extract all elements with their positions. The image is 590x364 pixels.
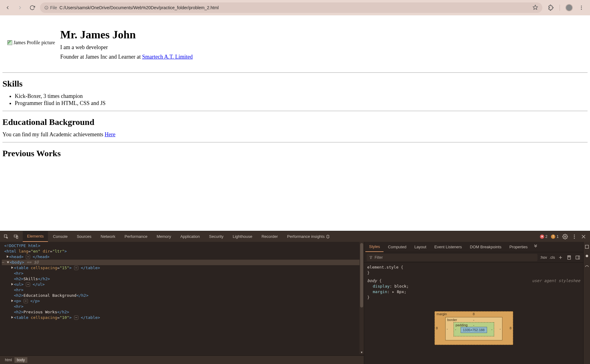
tab-application[interactable]: Application — [176, 231, 204, 242]
svg-marker-3 — [533, 5, 538, 9]
crumb-html[interactable]: html — [2, 357, 14, 363]
tab-security[interactable]: Security — [205, 231, 228, 242]
dom-line[interactable]: <hr> — [2, 271, 364, 276]
tab-console[interactable]: Console — [49, 231, 72, 242]
broken-image-icon — [7, 40, 12, 45]
dom-tree[interactable]: <!DOCTYPE html> <html lang="en" dir="ltr… — [0, 242, 364, 355]
page-title: Mr. James John — [60, 28, 193, 41]
close-devtools-icon[interactable] — [581, 234, 586, 239]
sidebar-toggle-icon[interactable] — [575, 254, 581, 261]
tab-computed[interactable]: Computed — [384, 242, 410, 252]
tab-memory[interactable]: Memory — [152, 231, 175, 242]
tab-elements[interactable]: Elements — [23, 231, 48, 242]
forward-button[interactable] — [15, 3, 25, 12]
dom-line[interactable]: <hr> — [2, 304, 364, 309]
bookmark-icon[interactable] — [533, 5, 538, 11]
svg-point-10 — [564, 236, 566, 237]
url-text: C:/Users/samsk/OneDrive/Documents/Web%20… — [60, 5, 530, 10]
hr — [2, 72, 588, 73]
filter-row: Filter :hov .cls — [364, 252, 583, 263]
education-text: You can find my full Academic achievemen… — [2, 131, 588, 138]
styles-panel: Styles Computed Layout Event Listeners D… — [364, 242, 583, 364]
box-value: - — [473, 323, 474, 327]
rail-icon[interactable] — [584, 254, 589, 258]
tab-performance[interactable]: Performance — [120, 231, 151, 242]
dom-line-selected[interactable]: ⋯ <body> == $0 — [2, 260, 364, 265]
breadcrumb: html body — [0, 355, 364, 364]
education-link[interactable]: Here — [105, 131, 116, 137]
svg-point-11 — [574, 234, 575, 235]
new-rule-icon[interactable] — [557, 254, 564, 261]
reload-button[interactable] — [28, 3, 37, 12]
broken-image: James Profile picture — [7, 40, 55, 45]
dom-line[interactable]: <h2>Previous Works</h2> — [2, 309, 364, 315]
dom-line[interactable]: <head> ⋯ </head> — [2, 254, 364, 260]
svg-point-4 — [581, 6, 582, 6]
address-bar[interactable]: File C:/Users/samsk/OneDrive/Documents/W… — [40, 2, 542, 13]
tab-dom-breakpoints[interactable]: DOM Breakpoints — [466, 242, 505, 252]
dom-line[interactable]: <h2>Skills</h2> — [2, 276, 364, 282]
dom-line[interactable]: <html lang="en" dir="ltr"> — [2, 249, 364, 254]
rail-icon[interactable] — [584, 244, 589, 249]
tab-event-listeners[interactable]: Event Listeners — [431, 242, 466, 252]
skills-heading: Skills — [2, 79, 588, 89]
dom-line[interactable]: <table cellspacing="10"> ⋯ </table> — [2, 315, 364, 320]
header-table: James Profile picture Mr. James John I a… — [2, 18, 198, 68]
founder-line: Founder at James Inc and Learner at Smar… — [60, 54, 193, 60]
smartech-link[interactable]: Smartech A.T. Limited — [142, 54, 193, 60]
extensions-icon[interactable] — [548, 5, 554, 11]
tab-layout[interactable]: Layout — [411, 242, 430, 252]
tab-recorder[interactable]: Recorder — [257, 231, 282, 242]
box-value: - — [473, 318, 474, 322]
dom-line[interactable]: <table cellspacing="15"> ⋯ </table> — [2, 265, 364, 271]
error-count[interactable]: ✕ 2 — [540, 234, 548, 239]
tab-network[interactable]: Network — [96, 231, 120, 242]
inspect-icon[interactable] — [2, 232, 10, 241]
page-viewport: James Profile picture Mr. James John I a… — [0, 15, 590, 231]
tab-performance-insights[interactable]: Performance insights — [283, 231, 334, 242]
tab-lighthouse[interactable]: Lighthouse — [228, 231, 257, 242]
box-value: 8 — [436, 326, 438, 330]
scrollbar-thumb[interactable] — [360, 243, 363, 308]
filter-placeholder: Filter — [375, 255, 383, 260]
filter-input[interactable]: Filter — [367, 254, 537, 261]
warning-number: 1 — [557, 234, 559, 239]
hov-toggle[interactable]: :hov — [540, 255, 547, 260]
devtools-toolbar-right: ✕ 2 ! 1 — [540, 234, 588, 239]
cls-toggle[interactable]: .cls — [549, 255, 555, 260]
dom-line[interactable]: <hr> — [2, 287, 364, 293]
image-alt-text: James Profile picture — [14, 40, 55, 45]
tab-sources[interactable]: Sources — [73, 231, 96, 242]
profile-avatar[interactable] — [565, 4, 573, 11]
scroll-down-icon[interactable]: ▾ — [360, 350, 364, 354]
hr — [2, 142, 588, 142]
css-rules[interactable]: element.style { } body { user agent styl… — [364, 263, 583, 302]
dom-scrollbar[interactable]: ▾ — [360, 242, 364, 354]
tab-styles[interactable]: Styles — [365, 242, 384, 252]
back-button[interactable] — [3, 3, 12, 12]
computed-toggle-icon[interactable] — [566, 254, 572, 261]
menu-icon[interactable] — [578, 5, 584, 11]
list-item: Programmer fliud in HTML, CSS and JS — [15, 100, 588, 106]
devtools-toolbar: Elements Console Sources Network Perform… — [0, 231, 590, 242]
dom-line[interactable]: <ul> ⋯ </ul> — [2, 282, 364, 287]
box-margin: margin 8 8 8 border - - - padding - - - — [435, 311, 513, 345]
settings-icon[interactable] — [562, 234, 568, 239]
dom-line[interactable]: <h2>Educational Background</h2> — [2, 293, 364, 298]
more-icon[interactable] — [572, 234, 577, 239]
rail-icon[interactable] — [584, 263, 589, 268]
dom-line[interactable]: <p> ⋯ </p> — [2, 298, 364, 304]
previous-works-heading: Previous Works — [2, 149, 588, 158]
box-model[interactable]: margin 8 8 8 border - - - padding - - - — [364, 302, 583, 345]
box-label: padding — [456, 323, 468, 327]
box-label: margin — [437, 312, 447, 316]
crumb-body[interactable]: body — [14, 357, 27, 363]
warning-count[interactable]: ! 1 — [551, 234, 559, 239]
devtools-right-rail — [583, 242, 590, 364]
more-tabs-icon[interactable] — [533, 244, 538, 250]
tab-properties[interactable]: Properties — [506, 242, 531, 252]
box-label: border — [447, 318, 457, 322]
browser-toolbar: File C:/Users/samsk/OneDrive/Documents/W… — [0, 0, 590, 15]
device-toggle-icon[interactable] — [12, 232, 20, 241]
dom-line[interactable]: <!DOCTYPE html> — [2, 243, 364, 249]
